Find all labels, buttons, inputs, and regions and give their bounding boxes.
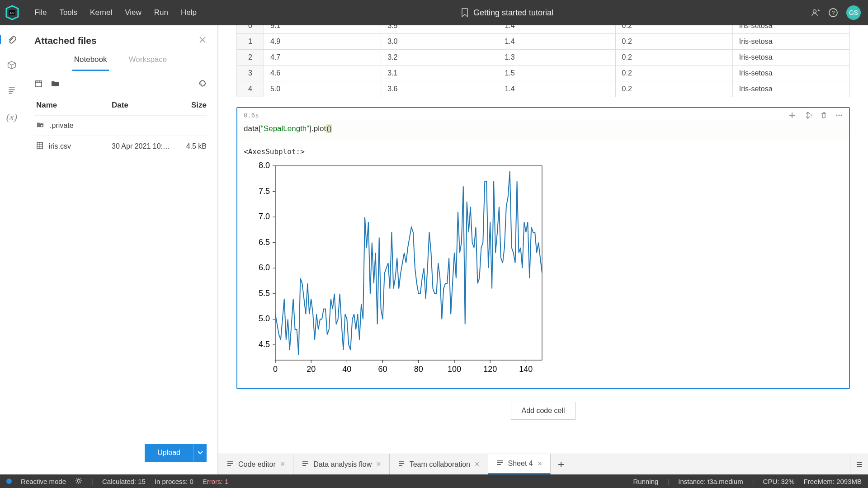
gear-icon[interactable] [75, 477, 82, 486]
svg-text:5.5: 5.5 [259, 289, 270, 298]
app-logo[interactable]: DL [5, 5, 20, 20]
tab-menu-icon[interactable] [850, 454, 868, 474]
svg-text:DL: DL [10, 11, 15, 15]
code-cell[interactable]: 0.6s data["SepalLength"].plot() <AxesSub… [236, 107, 850, 389]
close-icon[interactable]: × [280, 460, 285, 469]
file-table-header: Name Date Size [34, 95, 207, 116]
mode-label[interactable]: Reactive mode [21, 478, 66, 485]
add-below-icon[interactable] [788, 112, 796, 121]
svg-text:40: 40 [342, 365, 351, 374]
svg-text:0: 0 [273, 365, 278, 374]
svg-text:6.5: 6.5 [259, 238, 270, 247]
status-cpu: CPU: 32% [763, 478, 795, 485]
outline-icon[interactable] [0, 86, 24, 95]
folder-lock-icon [36, 121, 44, 130]
svg-point-2 [813, 10, 816, 13]
svg-point-44 [77, 479, 80, 482]
notebook-main: 05.13.51.40.2Iris-setosa14.93.01.40.2Iri… [218, 25, 868, 474]
menu-help[interactable]: Help [175, 8, 203, 17]
status-instance: Instance: t3a.medium [678, 478, 743, 485]
svg-text:140: 140 [519, 365, 533, 374]
close-icon[interactable]: × [376, 460, 381, 469]
svg-text:80: 80 [414, 365, 423, 374]
code-input[interactable]: data["SepalLength"].plot() [237, 121, 849, 139]
svg-text:20: 20 [307, 365, 316, 374]
table-row: 45.03.61.40.2Iris-setosa [237, 81, 850, 97]
svg-text:8.0: 8.0 [259, 161, 270, 170]
menu-tools[interactable]: Tools [53, 8, 84, 17]
status-errors[interactable]: Errors: 1 [203, 478, 229, 485]
refresh-icon[interactable] [198, 80, 207, 90]
close-icon[interactable]: × [475, 460, 480, 469]
add-tab-button[interactable] [551, 454, 571, 474]
svg-text:100: 100 [448, 365, 461, 374]
sheet-icon [398, 460, 405, 469]
close-icon[interactable] [198, 36, 207, 46]
sidebar-tab-workspace[interactable]: Workspace [127, 51, 169, 71]
svg-text:120: 120 [483, 365, 497, 374]
svg-point-8 [836, 115, 838, 116]
menu-view[interactable]: View [118, 8, 148, 17]
move-icon[interactable] [804, 112, 812, 121]
trash-icon[interactable] [820, 112, 827, 121]
bottom-tabs: Code editor×Data analysis flow×Team coll… [218, 454, 868, 474]
file-row[interactable]: iris.csv30 Apr 2021 10:…4.5 kB [34, 136, 207, 157]
menubar: DL FileToolsKernelViewRunHelp Getting st… [0, 0, 868, 25]
tab-code-editor[interactable]: Code editor× [218, 454, 293, 474]
status-freemem: FreeMem: 2093MB [804, 478, 862, 485]
help-icon[interactable]: ? [828, 8, 838, 18]
status-bar: Reactive mode | Calculated: 15 In proces… [0, 474, 868, 488]
status-in-process: In process: 0 [155, 478, 193, 485]
svg-text:7.0: 7.0 [259, 212, 270, 221]
cell-output-text: <AxesSubplot:> [237, 139, 849, 159]
svg-text:4.5: 4.5 [259, 340, 270, 349]
file-table-icon [36, 141, 43, 151]
svg-rect-6 [41, 125, 42, 127]
cube-icon[interactable] [0, 61, 24, 70]
sidebar-title: Attached files [34, 35, 97, 46]
attachments-icon[interactable] [0, 35, 23, 44]
left-rail: (x) [0, 25, 24, 474]
add-code-cell-button[interactable]: Add code cell [511, 402, 575, 420]
avatar[interactable]: GS [846, 5, 861, 20]
folder-icon[interactable] [51, 80, 60, 90]
svg-text:7.5: 7.5 [259, 187, 270, 196]
bookmark-icon [461, 8, 469, 18]
svg-text:60: 60 [378, 365, 387, 374]
table-row: 05.13.51.40.2Iris-setosa [237, 25, 850, 34]
svg-text:6.0: 6.0 [259, 263, 270, 272]
sheet-icon [496, 460, 504, 468]
svg-text:?: ? [832, 9, 835, 16]
close-icon[interactable]: × [538, 459, 542, 469]
data-preview-table: 05.13.51.40.2Iris-setosa14.93.01.40.2Iri… [236, 25, 850, 97]
upload-dropdown-button[interactable] [193, 444, 207, 462]
svg-text:5.0: 5.0 [259, 314, 270, 323]
sidebar-tab-notebook[interactable]: Notebook [72, 51, 109, 71]
upload-button[interactable]: Upload [145, 444, 193, 462]
line-chart: 4.55.05.56.06.57.07.58.00204060801001201… [244, 161, 551, 378]
document-title: Getting started tutorial [203, 8, 811, 18]
status-calculated: Calculated: 15 [102, 478, 146, 485]
mode-indicator-icon [6, 479, 12, 484]
svg-point-10 [841, 115, 842, 116]
sheet-icon [226, 460, 234, 469]
more-icon[interactable] [835, 112, 843, 121]
svg-rect-5 [35, 81, 42, 87]
menu-kernel[interactable]: Kernel [84, 8, 118, 17]
table-row: 34.63.11.50.2Iris-setosa [237, 66, 850, 81]
tab-team-collaboration[interactable]: Team collaboration× [390, 454, 488, 474]
svg-point-9 [839, 115, 840, 116]
menu-run[interactable]: Run [148, 8, 175, 17]
sidebar-attached-files: Attached files NotebookWorkspace Name Da… [24, 25, 218, 474]
variables-icon[interactable]: (x) [0, 111, 24, 123]
sheet-icon [302, 460, 309, 469]
calendar-icon[interactable] [34, 80, 42, 90]
tab-sheet-4[interactable]: Sheet 4× [488, 454, 551, 474]
cell-exec-time: 0.6s [244, 112, 259, 119]
tab-data-analysis-flow[interactable]: Data analysis flow× [293, 454, 389, 474]
table-row: 24.73.21.30.2Iris-setosa [237, 50, 850, 66]
menu-file[interactable]: File [28, 8, 53, 17]
user-add-icon[interactable] [811, 8, 820, 17]
file-row[interactable]: .private [34, 116, 207, 136]
status-running: Running [633, 478, 658, 485]
